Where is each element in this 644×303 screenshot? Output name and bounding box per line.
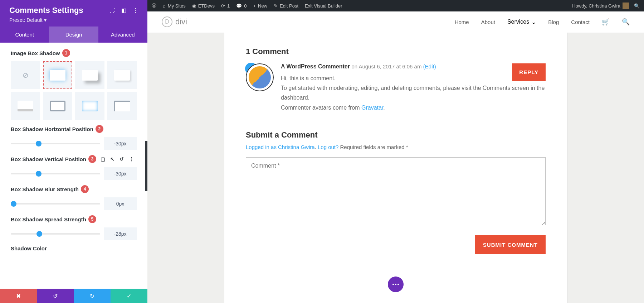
badge-5: 5 [88, 215, 96, 223]
site-header: D divi Home About Services⌄ Blog Contact… [147, 11, 644, 33]
page-content: 1 Comment A WordPress Commenter on Augus… [147, 33, 644, 303]
reply-button[interactable]: REPLY [512, 63, 546, 81]
edit-post[interactable]: ✎Edit Post [274, 3, 298, 9]
slider-spread[interactable] [11, 233, 100, 235]
reset-icon[interactable]: ↺ [119, 156, 124, 162]
value-vert-pos[interactable]: -30px [104, 167, 137, 180]
wp-logo[interactable]: ⓦ [152, 3, 156, 9]
scrollbar-thumb[interactable] [145, 141, 147, 191]
shadow-preset-grid: ⊘ [11, 61, 137, 120]
tab-advanced[interactable]: Advanced [98, 27, 147, 43]
refresh-icon: ⟳ [221, 3, 225, 9]
shadow-preset-5[interactable] [43, 92, 72, 120]
submit-comment-button[interactable]: SUBMIT COMMENT [475, 235, 546, 254]
new-menu[interactable]: +New [253, 3, 267, 9]
badge-3: 3 [88, 155, 96, 163]
slider-thumb[interactable] [36, 231, 42, 237]
label-image-box-shadow: Image Box Shadow 1 [11, 49, 137, 57]
slider-thumb[interactable] [11, 201, 16, 207]
exit-builder[interactable]: Exit Visual Builder [305, 3, 342, 9]
comment-text: Hi, this is a comment. To get started wi… [281, 73, 546, 112]
my-sites[interactable]: ⌂My Sites [163, 3, 186, 9]
shadow-preset-2[interactable] [75, 61, 104, 89]
value-blur[interactable]: 0px [104, 197, 137, 210]
nav-services[interactable]: Services⌄ [507, 19, 536, 25]
logged-in-link[interactable]: Logged in as Christina Gwira [246, 144, 315, 150]
site-etdevs[interactable]: ◉ETDevs [192, 3, 215, 9]
design-panel: Image Box Shadow 1 ⊘ Box Shadow Horizont… [0, 43, 147, 289]
howdy-user[interactable]: Howdy, Christina Gwira [572, 3, 629, 9]
tabs: Content Design Advanced [0, 27, 147, 43]
main-nav: Home About Services⌄ Blog Contact 🛒 🔍 [455, 18, 630, 26]
search-toggle[interactable]: 🔍 [634, 3, 640, 9]
logo-icon: D [162, 16, 172, 27]
comments-count[interactable]: 💬0 [236, 3, 247, 9]
nav-contact[interactable]: Contact [571, 19, 590, 25]
tab-content[interactable]: Content [0, 27, 49, 43]
expand-icon[interactable]: ⛶ [109, 7, 115, 14]
comment-textarea[interactable] [246, 157, 546, 225]
submit-heading: Submit a Comment [246, 130, 546, 140]
badge-1: 1 [62, 49, 70, 57]
search-icon[interactable]: 🔍 [622, 18, 630, 26]
nav-about[interactable]: About [481, 19, 495, 25]
label-horiz-pos: Box Shadow Horizontal Position 2 [11, 125, 137, 133]
main-area: ⓦ ⌂My Sites ◉ETDevs ⟳1 💬0 +New ✎Edit Pos… [147, 0, 644, 303]
slider-thumb[interactable] [36, 171, 42, 177]
wp-admin-bar: ⓦ ⌂My Sites ◉ETDevs ⟳1 💬0 +New ✎Edit Pos… [147, 0, 644, 11]
responsive-icon[interactable]: ▢ [101, 156, 105, 162]
badge-4: 4 [81, 185, 89, 193]
shadow-preset-3[interactable] [107, 61, 137, 89]
caret-down-icon: ▾ [44, 17, 47, 23]
comment-date: on August 6, 2017 at 6:06 am [351, 63, 421, 69]
comments-heading: 1 Comment [246, 47, 546, 56]
pencil-icon: ✎ [274, 3, 278, 9]
gauge-icon: ◉ [192, 3, 196, 9]
submit-meta: Logged in as Christina Gwira. Log out? R… [246, 144, 546, 150]
no-shadow-icon: ⊘ [23, 71, 29, 80]
user-avatar-sm [623, 3, 629, 9]
sidebar-header: Comments Settings Preset: Default ▾ ⛶ ◧ … [0, 0, 147, 27]
settings-sidebar: Comments Settings Preset: Default ▾ ⛶ ◧ … [0, 0, 147, 303]
shadow-preset-6[interactable] [75, 92, 104, 120]
badge-2: 2 [96, 125, 103, 133]
updates[interactable]: ⟳1 [221, 3, 230, 9]
save-button[interactable]: ✓ [111, 289, 147, 303]
preset-selector[interactable]: Preset: Default ▾ [9, 17, 83, 23]
cancel-button[interactable]: ✖ [0, 289, 37, 303]
hover-icon[interactable]: ↖ [110, 156, 114, 162]
shadow-preset-7[interactable] [107, 92, 137, 120]
submit-section: Submit a Comment Logged in as Christina … [246, 130, 546, 227]
shadow-preset-1[interactable] [43, 61, 72, 89]
cart-icon[interactable]: 🛒 [602, 18, 610, 26]
slider-blur[interactable] [11, 203, 100, 205]
nav-home[interactable]: Home [455, 19, 469, 25]
gravatar-link[interactable]: Gravatar [361, 105, 383, 111]
site-logo[interactable]: D divi [162, 16, 187, 27]
comment-author: A WordPress Commenter [281, 63, 350, 69]
dots-icon [392, 284, 399, 285]
value-horiz-pos[interactable]: -30px [104, 137, 137, 150]
tab-design[interactable]: Design [49, 27, 98, 43]
logout-link[interactable]: Log out? [318, 144, 338, 150]
slider-horiz-pos[interactable] [11, 143, 100, 144]
options-icon[interactable]: ⋮ [129, 156, 134, 162]
value-spread[interactable]: -28px [104, 227, 137, 240]
footer-actions: ✖ ↺ ↻ ✓ [0, 289, 147, 303]
shadow-none[interactable]: ⊘ [11, 61, 40, 89]
nav-blog[interactable]: Blog [548, 19, 559, 25]
comment-icon: 💬 [236, 3, 242, 9]
shadow-preset-4[interactable] [11, 92, 40, 120]
builder-fab[interactable] [388, 276, 404, 292]
undo-button[interactable]: ↺ [37, 289, 74, 303]
redo-button[interactable]: ↻ [74, 289, 111, 303]
comment-edit-link[interactable]: (Edit) [423, 63, 436, 69]
more-icon[interactable]: ⋮ [133, 7, 138, 14]
plus-icon: + [253, 3, 256, 9]
panel-layout-icon[interactable]: ◧ [121, 7, 126, 14]
slider-vert-pos[interactable] [11, 173, 100, 174]
wordpress-icon: ⓦ [152, 3, 156, 9]
label-spread: Box Shadow Spread Strength 5 [11, 215, 137, 223]
label-vert-pos: Box Shadow Vertical Position 3 ▢ ↖ ↺ ⋮ [11, 155, 137, 163]
slider-thumb[interactable] [36, 141, 42, 146]
